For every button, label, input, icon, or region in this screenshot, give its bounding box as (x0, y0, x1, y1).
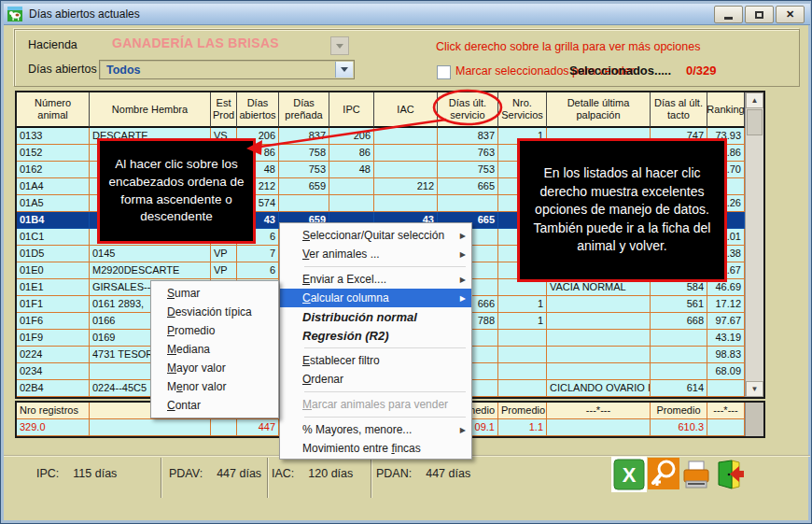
sell-checkbox[interactable] (437, 65, 451, 79)
minimize-icon (724, 17, 733, 20)
cell: 837 (279, 128, 329, 145)
context-menu-item[interactable]: Establecer filtro (280, 351, 471, 370)
cow-pasture-icon (7, 7, 22, 21)
maximize-button[interactable] (745, 6, 774, 23)
cell: 668 (651, 313, 707, 330)
vertical-scrollbar[interactable]: ▲ ▼ (745, 92, 763, 397)
zoom-search-button[interactable] (648, 458, 679, 493)
menu-separator (304, 391, 466, 392)
context-menu-item[interactable]: Calcular columna▶ (280, 289, 471, 307)
column-header[interactable]: Detalle última palpación (547, 92, 651, 128)
cell: 763 (438, 145, 498, 162)
submenu-item[interactable]: Desviación típica (151, 303, 278, 321)
submenu-item[interactable]: Mediana (151, 340, 278, 359)
summary-value-cell (211, 419, 237, 436)
cell: 17.12 (707, 296, 745, 313)
menu-item-label: Mediana (167, 343, 273, 356)
menu-item-label: Ver animales ... (302, 248, 456, 261)
context-menu-item[interactable]: Ver animales ...▶ (280, 245, 471, 263)
chevron-down-icon (341, 67, 348, 72)
cell: VP (211, 262, 237, 279)
annotation-sort-tip: Al hacer clic sobre los encabezados orde… (97, 138, 256, 244)
cell: M2920DESCARTE (90, 262, 211, 279)
hacienda-dropdown[interactable] (330, 36, 349, 55)
submenu-arrow-icon: ▶ (460, 276, 466, 284)
status-item-value: 447 días (426, 467, 470, 480)
cell: 01E0 (17, 262, 90, 279)
cell: 753 (438, 162, 498, 178)
cell: 02B4 (17, 380, 90, 397)
dias-abiertos-value: Todos (106, 64, 141, 77)
context-menu-item[interactable]: % Mayores, menore...▶ (280, 420, 471, 439)
menu-item-label: % Mayores, menore... (302, 423, 456, 436)
scroll-up-button[interactable]: ▲ (746, 92, 763, 108)
submenu-item[interactable]: Sumar (151, 284, 278, 303)
cell (547, 347, 651, 363)
cell (498, 347, 547, 363)
status-separator (371, 458, 371, 498)
cell (547, 330, 651, 347)
column-header[interactable]: Días últ. servicio (438, 92, 498, 128)
cell (374, 162, 438, 178)
context-menu-item[interactable]: Regresión (R2) (280, 326, 471, 345)
submenu-arrow-icon: ▶ (460, 232, 466, 240)
column-header[interactable]: Ranking (707, 92, 745, 128)
scroll-thumb[interactable] (747, 109, 763, 135)
submenu-item[interactable]: Contar (151, 396, 278, 415)
menu-item-label: Ordenar (302, 373, 466, 386)
calcular-columna-submenu: SumarDesviación típicaPromedioMedianaMay… (150, 280, 279, 418)
print-button[interactable] (681, 460, 711, 494)
exit-button[interactable] (713, 459, 745, 494)
dias-dropdown-button[interactable] (335, 62, 353, 78)
submenu-item[interactable]: Promedio (151, 321, 278, 340)
menu-item-label: Marcar animales para vender (302, 398, 466, 411)
dias-abiertos-select[interactable]: Todos (99, 60, 355, 79)
submenu-item[interactable]: Menor valor (151, 377, 278, 396)
context-menu-item[interactable]: Movimiento entre fincas (280, 439, 471, 458)
cell: 01F1 (17, 296, 90, 313)
status-item-value: 115 días (73, 467, 117, 480)
cell: 01A4 (17, 178, 90, 195)
column-header[interactable]: IAC (374, 92, 438, 128)
cell (707, 380, 745, 397)
status-item-label: IAC: (272, 467, 294, 480)
cell: 01C1 (17, 229, 90, 246)
column-header[interactable]: Número animal (17, 92, 90, 128)
cell (498, 380, 547, 397)
context-menu-item[interactable]: Distribución normal (280, 307, 471, 326)
submenu-item[interactable]: Mayor valor (151, 359, 278, 377)
title-bar: Días abiertos actuales ✕ (4, 4, 810, 25)
cell: 0234 (17, 363, 90, 380)
scroll-down-button[interactable]: ▼ (746, 381, 763, 397)
column-header[interactable]: IPC (329, 92, 374, 128)
cell: 659 (279, 178, 329, 195)
column-header[interactable]: Nro. Servicios (498, 92, 547, 128)
cell (651, 347, 707, 363)
cell: 01A5 (17, 195, 90, 212)
maximize-icon (755, 11, 763, 19)
column-header[interactable]: Días abiertos (237, 92, 279, 128)
cell: 48 (329, 162, 374, 178)
context-menu-item[interactable]: Ordenar (280, 370, 471, 389)
status-item-label: IPC: (36, 467, 59, 480)
close-button[interactable]: ✕ (776, 6, 805, 23)
cell (329, 178, 374, 195)
menu-item-label: Seleccionar/Quitar selección (302, 229, 456, 242)
column-header[interactable]: Est Prod (211, 92, 237, 128)
context-menu-item[interactable]: Enviar a Excel....▶ (280, 270, 471, 289)
context-menu-item[interactable]: Seleccionar/Quitar selección▶ (280, 226, 471, 245)
right-click-hint: Click derecho sobre la grilla para ver m… (436, 40, 700, 53)
summary-value-cell (707, 419, 745, 436)
cell: 212 (374, 178, 438, 195)
column-header[interactable]: Nombre Hembra (90, 92, 211, 128)
menu-separator (304, 266, 466, 267)
column-header[interactable]: Días al últ. tacto (651, 92, 707, 128)
summary-value-cell: 1.1 (498, 419, 547, 436)
menu-item-label: Enviar a Excel.... (302, 273, 456, 286)
column-header[interactable]: Días preñada (279, 92, 329, 128)
cell: 01B4 (17, 212, 90, 229)
excel-export-button[interactable]: X (611, 457, 647, 496)
minimize-button[interactable] (714, 6, 743, 23)
cell (438, 195, 498, 212)
submenu-arrow-icon: ▶ (460, 426, 466, 434)
